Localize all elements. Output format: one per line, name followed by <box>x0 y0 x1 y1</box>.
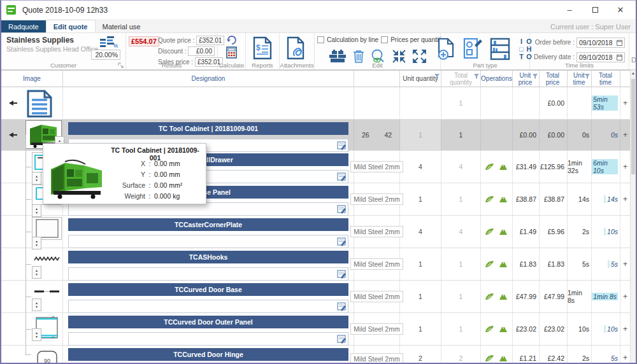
material-box[interactable]: Mild Steel 2mm <box>350 353 403 363</box>
vertical-scrollbar[interactable]: ▲ <box>630 70 636 363</box>
add-part-icon[interactable] <box>438 38 455 60</box>
table-row-quote[interactable]: 1 £0.00 5min 53s + <box>1 87 630 120</box>
header-total-price[interactable]: Total price <box>540 71 568 87</box>
quantity-stepper[interactable]: ▲▼ <box>32 298 41 311</box>
cutting-operation-icon[interactable] <box>485 260 494 268</box>
table-row-part[interactable]: ▲▼ TCCurved Door Base Mild Steel 2mm 1 1 <box>1 281 630 313</box>
cutting-operation-icon[interactable] <box>485 354 494 362</box>
memo-edit-icon[interactable] <box>337 269 347 279</box>
discount-input[interactable]: £0.00 <box>188 46 215 56</box>
tab-material-use[interactable]: Material use <box>96 20 148 32</box>
memo-edit-icon[interactable] <box>337 141 347 150</box>
memo-edit-icon[interactable] <box>337 334 347 344</box>
shelf-unit-icon[interactable] <box>490 38 510 60</box>
add-line-button[interactable]: + <box>620 346 630 363</box>
margin-input[interactable]: 20.00% <box>91 50 120 60</box>
filter-icon[interactable] <box>434 74 440 79</box>
memo-edit-icon[interactable] <box>337 237 347 246</box>
header-material[interactable] <box>354 71 400 87</box>
calculate-button[interactable]: Calculate <box>218 33 246 69</box>
blocks-icon[interactable] <box>328 50 347 63</box>
maximize-button[interactable] <box>582 1 608 19</box>
bending-operation-icon[interactable] <box>498 228 508 235</box>
add-line-button[interactable]: + <box>620 281 630 312</box>
quantity-stepper[interactable]: ▲▼ <box>32 172 41 185</box>
tab-radquote[interactable]: Radquote <box>1 20 46 32</box>
header-total-quantity[interactable]: Total quantity <box>441 71 481 87</box>
material-box[interactable]: Mild Steel 2mm <box>350 161 403 172</box>
material-box[interactable]: Mild Steel 2mm <box>350 291 403 302</box>
memo-edit-icon[interactable] <box>337 204 347 214</box>
add-line-button[interactable]: + <box>620 120 630 150</box>
close-button[interactable]: ✕ <box>608 1 633 19</box>
material-box[interactable]: Mild Steel 2mm <box>350 258 403 270</box>
cutting-operation-icon[interactable] <box>485 195 494 203</box>
quantity-stepper[interactable]: ▲▼ <box>32 237 41 249</box>
part-note-input[interactable] <box>68 332 348 346</box>
add-line-button[interactable]: + <box>620 87 630 119</box>
header-image[interactable]: Image <box>1 71 63 87</box>
header-designation[interactable]: Designation <box>63 71 354 87</box>
add-line-button[interactable]: + <box>620 183 630 215</box>
part-title-bar[interactable]: TCASHooks <box>68 251 348 263</box>
minimize-button[interactable]: – <box>557 1 582 19</box>
part-title-bar[interactable]: TCCurved Door Base <box>68 283 348 296</box>
collapse-row-arrow[interactable] <box>9 132 18 138</box>
bending-operation-icon[interactable] <box>498 260 508 268</box>
reports-button[interactable]: $ Reports <box>246 33 280 69</box>
delivery-date-input[interactable]: 09/10/2018 <box>576 52 625 62</box>
calculation-by-line-checkbox[interactable] <box>317 36 324 43</box>
table-row-part[interactable]: 90 TCCurved Door Hinge Mild Steel 2mm 2 … <box>1 346 630 363</box>
edit-part-icon[interactable] <box>463 38 482 60</box>
header-operations[interactable]: Operations <box>481 71 513 87</box>
filter-icon[interactable] <box>533 74 538 79</box>
tab-edit-quote[interactable]: Edit quote <box>46 20 96 32</box>
prices-per-quantities-checkbox[interactable] <box>381 36 388 43</box>
customer-dialog-launcher-icon[interactable] <box>118 62 124 68</box>
material-box[interactable]: Mild Steel 2mm <box>350 323 403 335</box>
customer-name: Stainless Supplies <box>6 36 74 45</box>
quantity-stepper[interactable]: ▲▼ <box>32 266 41 279</box>
part-note-input[interactable] <box>68 267 348 281</box>
part-note-input[interactable] <box>68 300 348 313</box>
bending-operation-icon[interactable] <box>498 195 508 203</box>
bending-operation-icon[interactable] <box>498 325 508 333</box>
material-box[interactable]: Mild Steel 2mm <box>350 226 403 237</box>
cutting-operation-icon[interactable] <box>485 163 494 171</box>
part-title-bar[interactable]: TCCurved Door Hinge <box>68 348 348 361</box>
bending-operation-icon[interactable] <box>498 354 508 362</box>
scrollbar-thumb[interactable] <box>631 79 635 174</box>
add-line-button[interactable]: + <box>620 313 630 345</box>
attachments-button[interactable]: Attachments <box>280 33 315 69</box>
assembly-title-bar[interactable]: TC Tool Cabinet | 20181009-001 <box>68 122 348 135</box>
header-total-time[interactable]: Total time <box>592 71 620 87</box>
table-row-part[interactable]: ▲▼ TCCasterCornerPlate Mild Steel 2mm 4 … <box>1 216 630 248</box>
cutting-operation-icon[interactable] <box>485 325 494 333</box>
header-unit-time[interactable]: Unit time <box>568 71 592 87</box>
material-box[interactable]: Mild Steel 2mm <box>350 193 403 205</box>
collapse-row-arrow[interactable] <box>9 101 18 106</box>
order-before-input[interactable]: 09/10/2018 <box>576 38 625 48</box>
quantity-stepper[interactable]: ▲▼ <box>32 204 41 217</box>
bending-operation-icon[interactable] <box>498 163 508 171</box>
header-unit-price[interactable]: Unit price <box>513 71 540 87</box>
bending-operation-icon[interactable] <box>498 293 508 300</box>
add-line-button[interactable] <box>620 216 630 248</box>
quantity-stepper[interactable]: ▲▼ <box>32 328 41 341</box>
memo-edit-icon[interactable] <box>337 302 347 311</box>
memo-edit-icon[interactable] <box>337 172 347 181</box>
part-note-input[interactable] <box>68 235 348 248</box>
add-line-button[interactable]: + <box>620 248 630 280</box>
table-row-part[interactable]: ▲▼ TCCurved Door Outer Panel Mild Steel … <box>1 313 630 346</box>
filter-icon[interactable] <box>585 74 590 79</box>
cutting-operation-icon[interactable] <box>485 228 494 235</box>
scroll-up-arrow[interactable]: ▲ <box>631 71 635 75</box>
table-row-part[interactable]: ▲▼ TCASHooks Mild Steel 2mm 1 1 <box>1 248 630 281</box>
add-line-button[interactable]: + <box>620 151 630 183</box>
part-title-bar[interactable]: TCCurved Door Outer Panel <box>68 316 348 328</box>
part-title-bar[interactable]: TCCasterCornerPlate <box>68 218 348 231</box>
header-unit-quantity[interactable]: Unit quantity <box>400 71 441 87</box>
cutting-operation-icon[interactable] <box>485 293 494 300</box>
filter-icon[interactable] <box>474 74 479 79</box>
part-note-input[interactable] <box>68 202 348 216</box>
